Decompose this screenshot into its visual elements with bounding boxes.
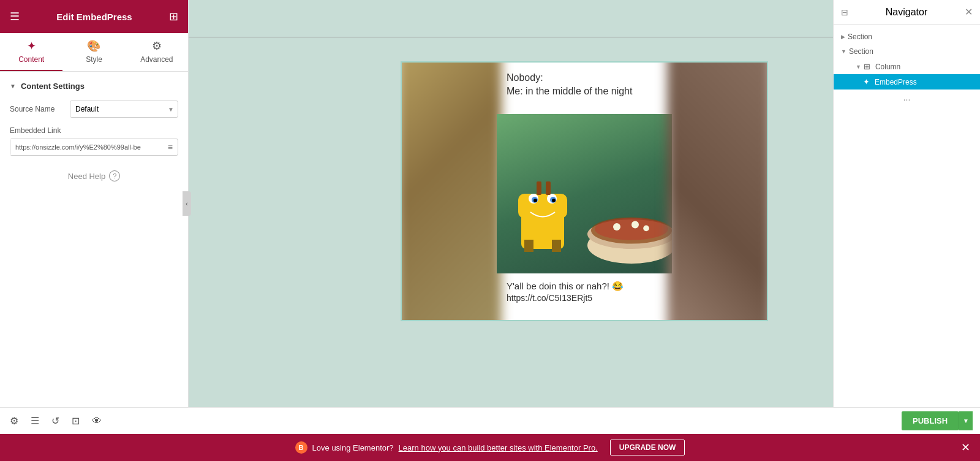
spongebob-figure — [515, 181, 576, 255]
svg-rect-1 — [518, 194, 567, 218]
style-tab-icon: 🎨 — [87, 39, 100, 53]
layers-icon[interactable]: ☰ — [28, 413, 42, 429]
source-name-select-wrapper: Default ▼ — [70, 101, 178, 118]
embed-image — [497, 114, 672, 273]
svg-rect-9 — [546, 181, 551, 195]
history-icon[interactable]: ↺ — [49, 413, 62, 429]
nav-item-section-2[interactable]: ▼ Section — [834, 44, 980, 59]
svg-point-17 — [631, 221, 639, 228]
embed-widget: Nobody: Me: in the middle of the night — [401, 61, 768, 321]
embed-text-area: Nobody: Me: in the middle of the night — [497, 63, 672, 114]
need-help-section[interactable]: Need Help ? — [10, 170, 178, 181]
responsive-icon[interactable]: ⊡ — [69, 413, 82, 429]
publish-dropdown-button[interactable]: ▼ — [959, 411, 973, 430]
embed-left-background — [401, 61, 502, 321]
content-settings-section[interactable]: ▼ Content Settings — [10, 82, 178, 91]
svg-point-15 — [595, 218, 668, 240]
embed-inner: Nobody: Me: in the middle of the night — [402, 63, 767, 320]
tab-style-label: Style — [86, 55, 102, 64]
help-circle-icon[interactable]: ? — [109, 170, 120, 181]
content-tab-icon: ✦ — [27, 39, 36, 53]
select-arrow-icon: ▼ — [164, 106, 178, 113]
promo-badge: B — [295, 441, 307, 454]
nav-item-embedpress[interactable]: ✦ EmbedPress — [834, 74, 980, 90]
embedpress-icon: ✦ — [863, 77, 870, 86]
embed-nobody-text: Nobody: — [507, 72, 662, 83]
promo-close-icon[interactable]: ✕ — [961, 441, 970, 454]
nav-item-column[interactable]: ▼ ⊞ Column — [834, 59, 980, 74]
upgrade-now-button[interactable]: UPGRADE NOW — [610, 440, 685, 455]
svg-point-7 — [552, 199, 556, 202]
panel-content: ▼ Content Settings Source Name Default ▼… — [0, 72, 188, 407]
nav-embedpress-label: EmbedPress — [875, 78, 917, 86]
embed-center-content: Nobody: Me: in the middle of the night — [497, 63, 672, 320]
content-settings-label: Content Settings — [21, 82, 85, 91]
tab-content-label: Content — [18, 55, 44, 64]
source-name-label: Source Name — [10, 105, 65, 113]
panel-title: Edit EmbedPress — [56, 12, 132, 22]
svg-rect-8 — [537, 181, 541, 195]
bottom-bar: ⚙ ☰ ↺ ⊡ 👁 PUBLISH ▼ — [0, 407, 980, 434]
embedded-link-input-wrapper: ≡ — [10, 139, 178, 156]
column-icon: ⊞ — [864, 62, 870, 71]
navigator-close-btn[interactable]: ✕ — [965, 6, 973, 18]
embedded-link-input[interactable] — [10, 139, 163, 155]
promo-text: Love using Elementor? — [312, 443, 394, 452]
menu-icon[interactable]: ☰ — [10, 10, 20, 23]
promo-link[interactable]: Learn how you can build better sites wit… — [399, 443, 598, 452]
source-name-row: Source Name Default ▼ — [10, 101, 178, 118]
nav-arrow-down-icon: ▼ — [841, 48, 846, 55]
publish-group: PUBLISH ▼ — [902, 411, 973, 430]
embed-caption: Y'all be doin this or nah?! 😂 https://t.… — [497, 273, 672, 310]
need-help-label: Need Help — [68, 172, 105, 181]
embed-right-background — [667, 61, 768, 321]
svg-rect-10 — [524, 240, 533, 252]
preview-icon[interactable]: 👁 — [89, 413, 104, 429]
navigator-tree: ▶ Section ▼ Section ▼ ⊞ Column ✦ EmbedPr… — [834, 25, 980, 407]
embedded-link-label: Embedded Link — [10, 126, 178, 135]
grid-icon[interactable]: ⊞ — [169, 10, 178, 23]
svg-point-18 — [643, 226, 649, 232]
source-name-select[interactable]: Default — [70, 101, 164, 117]
nav-arrow-down-2-icon: ▼ — [856, 64, 861, 70]
navigator-panel: ⊟ Navigator ✕ ▶ Section ▼ Section ▼ ⊞ Co… — [833, 0, 980, 407]
embed-caption-link: https://t.co/C5I13ERjt5 — [507, 293, 662, 303]
left-panel: ☰ Edit EmbedPress ⊞ ✦ Content 🎨 Style ⚙ … — [0, 0, 189, 407]
tab-advanced-label: Advanced — [140, 55, 173, 64]
nav-arrow-right-icon: ▶ — [841, 34, 845, 40]
navigator-collapse-btn[interactable]: ⊟ — [841, 7, 848, 17]
food-bowl-figure — [582, 194, 672, 267]
svg-point-6 — [533, 199, 537, 202]
settings-icon[interactable]: ⚙ — [7, 413, 21, 429]
svg-rect-11 — [552, 240, 561, 252]
embed-caption-text: Y'all be doin this or nah?! 😂 — [507, 281, 624, 291]
tab-style[interactable]: 🎨 Style — [62, 33, 125, 71]
embed-me-text: Me: in the middle of the night — [507, 86, 662, 97]
nav-item-section-1[interactable]: ▶ Section — [834, 29, 980, 44]
section-arrow-icon: ▼ — [10, 83, 16, 90]
svg-point-16 — [613, 223, 620, 230]
tab-advanced[interactable]: ⚙ Advanced — [126, 33, 188, 71]
panel-header: ☰ Edit EmbedPress ⊞ — [0, 0, 188, 33]
promo-bar: B Love using Elementor? Learn how you ca… — [0, 434, 980, 461]
tab-content[interactable]: ✦ Content — [0, 33, 62, 71]
navigator-dots: ··· — [834, 90, 980, 109]
publish-button[interactable]: PUBLISH — [902, 411, 959, 430]
nav-section-2-label: Section — [849, 47, 873, 56]
navigator-title: Navigator — [886, 7, 927, 18]
advanced-tab-icon: ⚙ — [152, 39, 162, 53]
link-list-icon[interactable]: ≡ — [163, 142, 178, 152]
embedded-link-row: Embedded Link ≡ — [10, 126, 178, 156]
nav-column-label: Column — [875, 63, 900, 71]
navigator-header: ⊟ Navigator ✕ — [834, 0, 980, 25]
nav-section-1-label: Section — [848, 32, 872, 41]
panel-tabs: ✦ Content 🎨 Style ⚙ Advanced — [0, 33, 188, 72]
collapse-handle[interactable]: ‹ — [183, 191, 191, 216]
